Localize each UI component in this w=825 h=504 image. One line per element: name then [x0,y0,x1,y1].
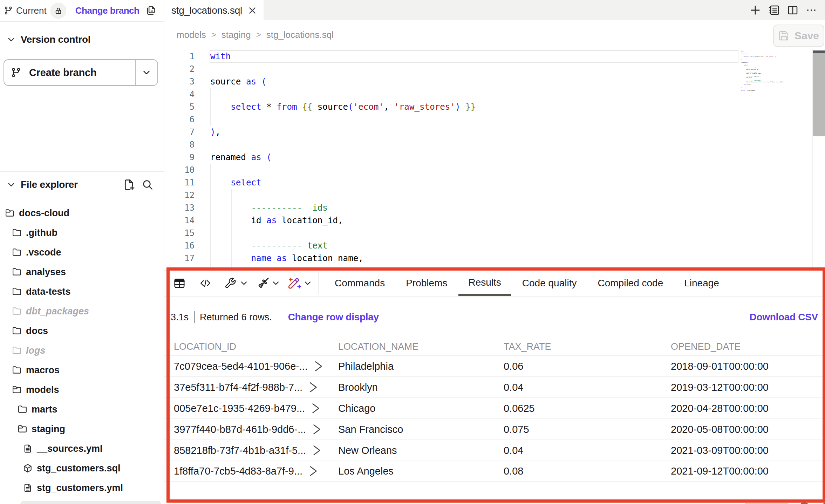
breadcrumb-separator: > [256,30,261,40]
folder-icon [12,307,21,316]
cell-value: 005e7e1c-1935-4269-b479... [174,403,305,414]
expand-row-icon[interactable] [313,360,325,372]
tree-item-dbt-packages[interactable]: dbt_packages [0,301,164,321]
split-editor-icon[interactable] [787,5,798,16]
tree-item-analyses[interactable]: analyses [0,262,164,282]
tree-item-label: marts [32,404,57,415]
tree-item-stg-customers-sql[interactable]: stg_customers.sql [0,458,164,478]
table-cell: 0.0625 [504,403,671,414]
tree-item-marts[interactable]: marts [0,400,164,419]
wrench-icon[interactable] [224,277,236,289]
table-row[interactable]: 37e5f311-b7f4-4f2f-988b-7...Brooklyn0.04… [164,376,825,397]
tab-stg-locations[interactable]: stg_locations.sql [164,0,264,21]
expand-row-icon[interactable] [307,465,319,477]
expand-row-icon[interactable] [311,444,323,456]
table-row[interactable]: 858218fb-73f7-4b1b-a31f-5...New Orleans0… [164,440,825,461]
download-csv-link[interactable]: Download CSV [749,312,818,323]
table-cell: San Francisco [338,424,504,435]
tree-item--sources-yml[interactable]: __sources.yml [0,439,164,458]
panel-tab-commands[interactable]: Commands [325,271,395,296]
tree-item-docs-cloud[interactable]: docs-cloud [0,203,164,223]
tree-item-label: dbt_packages [26,306,89,317]
tree-item-docs[interactable]: docs [0,321,164,341]
save-icon [778,30,790,41]
expand-row-icon[interactable] [307,381,319,393]
tree-item-logs[interactable]: logs [0,341,164,360]
table-cell: Brooklyn [338,382,504,393]
chevron-down-icon[interactable] [304,279,312,287]
version-control-header[interactable]: Version control [7,31,90,48]
code-line: name as location_name, [210,252,532,265]
code-line: source as ( [210,75,532,88]
tree-item-label: analyses [26,267,66,278]
breadcrumb-item[interactable]: stg_locations.sql [266,29,334,40]
tree-item-models[interactable]: models [0,380,164,400]
tree-item--vscode[interactable]: .vscode [0,243,164,262]
cell-value: 1f8ffa70-7cb5-4d83-8a7f-9... [174,465,302,477]
tree-item-staging[interactable]: staging [0,419,164,439]
tree-item-label: .github [26,227,57,238]
tree-item-label: stg_customers.yml [37,483,123,493]
panel-tab-code-quality[interactable]: Code quality [512,271,587,296]
folder-open-icon [5,209,14,218]
ellipsis-icon[interactable] [805,4,817,16]
panel-tab-compiled-code[interactable]: Compiled code [588,271,673,296]
format-list-icon[interactable] [768,4,780,16]
code-icon[interactable] [199,277,211,289]
create-branch-main[interactable]: Create branch [4,60,135,85]
table-cell: 1f8ffa70-7cb5-4d83-8a7f-9... [174,465,338,477]
editor-scrollbar[interactable] [812,49,825,267]
breadcrumb-item[interactable]: staging [221,29,251,40]
scrollbar-thumb[interactable] [813,53,825,136]
expand-row-icon[interactable] [311,423,323,435]
tree-item--github[interactable]: .github [0,223,164,243]
tab-label: stg_locations.sql [171,5,242,16]
scrollbar-cursor-marker [813,50,825,53]
table-row[interactable]: 1f8ffa70-7cb5-4d83-8a7f-9...Los Angeles0… [164,461,825,482]
chevron-down-icon[interactable] [272,279,280,287]
copy-icon[interactable] [146,5,156,16]
panel-tab-lineage[interactable]: Lineage [674,271,729,296]
tree-item-label: data-tests [26,286,71,297]
chevron-down-icon[interactable] [240,279,248,287]
tree-item-macros[interactable]: macros [0,360,164,380]
copilot-wand-icon[interactable] [288,277,302,290]
chevron-down-icon [142,68,151,77]
tree-item-label: docs-cloud [19,208,69,219]
change-branch-link[interactable]: Change branch [75,5,139,16]
divider [318,272,319,294]
panel-tab-results[interactable]: Results [458,271,511,296]
save-button[interactable]: Save [773,25,824,47]
panel-tab-problems[interactable]: Problems [396,271,457,296]
file-tree: docs-cloud.github.vscodeanalysesdata-tes… [0,203,164,498]
folder-open-icon [18,424,27,434]
tree-item-label: staging [32,424,65,435]
broom-icon[interactable] [257,277,270,290]
table-cell: 005e7e1c-1935-4269-b479... [174,402,338,414]
close-icon[interactable] [248,6,257,15]
breadcrumb-item[interactable]: models [177,29,206,40]
table-row[interactable]: 005e7e1c-1935-4269-b479...Chicago0.06252… [164,397,825,418]
table-cell: Philadelphia [338,361,504,372]
expand-row-icon[interactable] [310,402,322,414]
search-icon[interactable] [142,179,153,190]
chevron-down-icon [7,180,16,189]
table-row[interactable]: 7c079cea-5ed4-4101-906e-...Philadelphia0… [164,355,825,376]
code-editor[interactable]: 1234567891011121314151617181920212223242… [164,49,825,267]
tree-item-data-tests[interactable]: data-tests [0,282,164,301]
tree-item-label: logs [26,345,46,356]
tree-item-stg-customers-yml[interactable]: stg_customers.yml [0,478,164,498]
create-branch-dropdown[interactable] [135,60,157,85]
change-row-display-link[interactable]: Change row display [288,312,379,323]
table-row[interactable]: 3977f440-b87d-461b-9dd6-...San Francisco… [164,418,825,440]
folder-icon [12,228,21,237]
table-cell: Chicago [338,403,504,414]
column-header-tax_rate: TAX_RATE [504,341,671,352]
editor-code: with source as ( select * from {{ source… [210,50,532,267]
results-grid-icon[interactable] [173,277,186,290]
file-explorer-header[interactable]: File explorer [7,176,164,193]
selected-file-highlight[interactable] [20,501,161,504]
new-file-icon[interactable] [123,179,135,191]
code-line: select * from {{ source('ecom', 'raw_sto… [210,101,532,113]
new-tab-icon[interactable] [749,4,761,16]
